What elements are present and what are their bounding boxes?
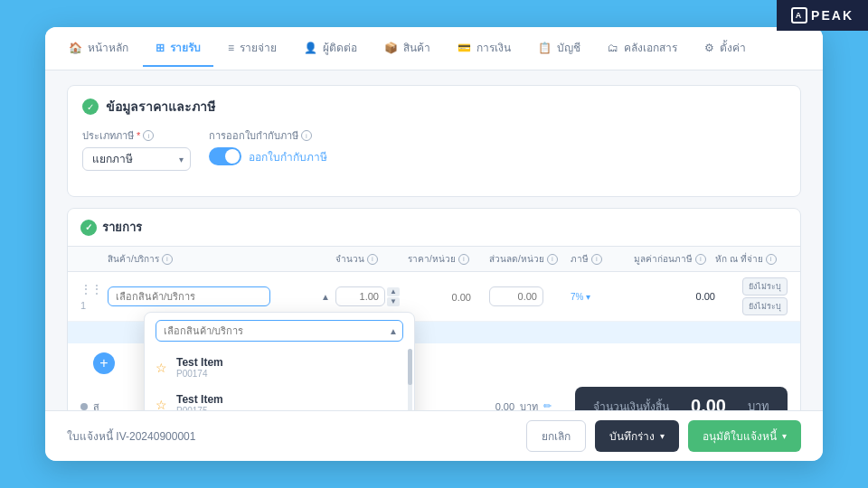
total-amount: 0.00	[691, 396, 726, 410]
tab-income[interactable]: ⊞ รายรับ	[143, 30, 213, 67]
qty-decrement-button[interactable]: ▼	[387, 297, 400, 306]
drag-handle[interactable]: ⋮⋮	[80, 283, 102, 296]
col-tax: ภาษี i	[571, 252, 634, 266]
list-item[interactable]: ☆ Test Item P00175	[145, 386, 414, 410]
item-info: Test Item P00175	[176, 393, 223, 410]
table-header: สินค้า/บริการ i จำนวน i ราคา/หน่วย i ส่ว…	[68, 247, 800, 272]
documents-icon: 🗂	[608, 42, 618, 54]
tab-home[interactable]: 🏠 หน้าหลัก	[56, 30, 141, 67]
required-star: *	[137, 130, 140, 141]
total-box: จำนวนเงินทั้งสิ้น 0.00 บาท	[575, 387, 788, 410]
qty-cell: ▲ ▼	[335, 286, 408, 306]
bottom-bar: ใบแจ้งหนี้ IV-20240900001 ยกเลิก บันทึกร…	[45, 410, 823, 461]
tab-contact[interactable]: 👤 ผู้ติดต่อ	[291, 30, 370, 67]
qty-input[interactable]	[335, 286, 385, 306]
dropdown-search-wrapper: ▲	[145, 313, 414, 349]
money-currency: บาท	[520, 399, 538, 411]
tax-output-info-icon: i	[301, 130, 312, 141]
edit-amount-icon[interactable]: ✏	[543, 400, 552, 410]
tax-section-title: ข้อมูลราคาและภาษี	[106, 97, 215, 117]
table-row: ⋮⋮ 1 ▲ ▲	[68, 272, 800, 322]
row-number: ⋮⋮ 1	[80, 280, 108, 313]
before-tax-cell: 0.00	[634, 291, 715, 302]
top-bar: A PEAK	[777, 0, 868, 31]
tax-output-toggle[interactable]	[209, 147, 241, 165]
product-icon: 📦	[384, 42, 398, 54]
cancel-button[interactable]: ยกเลิก	[526, 420, 586, 452]
approve-button[interactable]: อนุมัติใบแจ้งหนี้ ▾	[688, 420, 801, 452]
item-info: Test Item P00174	[176, 356, 223, 379]
product-col-info: i	[162, 254, 173, 265]
payable-cell: ยังไม่ระบุ ยังไม่ระบุ	[715, 277, 788, 315]
payable-option1-button[interactable]: ยังไม่ระบุ	[742, 277, 788, 296]
app-container: 🏠 หน้าหลัก ⊞ รายรับ ≡ รายจ่าย 👤 ผู้ติดต่…	[0, 0, 868, 488]
logo-icon: A	[791, 7, 807, 23]
col-qty: จำนวน i	[335, 252, 408, 266]
col-price: ราคา/หน่วย i	[408, 252, 489, 266]
expense-icon: ≡	[228, 42, 234, 54]
tax-type-select-wrapper: แยกภาษี	[82, 147, 191, 171]
product-input-wrapper: ▲ ▲ ☆ Test Item	[108, 286, 335, 306]
income-icon: ⊞	[156, 42, 165, 54]
price-input[interactable]	[408, 292, 471, 303]
product-input[interactable]	[108, 286, 270, 306]
tax-type-select[interactable]: แยกภาษี	[82, 147, 191, 171]
price-col-info: i	[458, 254, 469, 265]
tax-col-info: i	[591, 254, 602, 265]
app-logo: A PEAK	[791, 7, 854, 23]
col-before-tax: มูลค่าก่อนภาษี i	[634, 252, 715, 266]
list-item[interactable]: ☆ Test Item P00174	[145, 349, 414, 386]
payable-option2-button[interactable]: ยังไม่ระบุ	[742, 297, 788, 315]
tab-money[interactable]: 💳 การเงิน	[445, 30, 524, 67]
dropdown-search-input[interactable]	[156, 320, 403, 342]
product-chevron-icon: ▲	[321, 292, 330, 302]
approve-chevron-icon: ▾	[782, 431, 787, 441]
tax-type-info-icon: i	[143, 130, 154, 141]
action-buttons: ยกเลิก บันทึกร่าง ▾ อนุมัติใบแจ้งหนี้ ▾	[526, 420, 801, 452]
items-section: ✓ รายการ สินค้า/บริการ i จำนวน i ราค	[67, 208, 801, 410]
money-amount: 0.00	[495, 401, 514, 411]
money-icon: 💳	[458, 42, 471, 54]
col-product: สินค้า/บริการ i	[108, 252, 335, 266]
tax-output-text: ออกใบกำกับภาษี	[249, 148, 327, 165]
product-dropdown: ▲ ☆ Test Item P00174	[144, 312, 415, 410]
qty-col-info: i	[367, 254, 378, 265]
total-currency: บาท	[748, 397, 769, 410]
tax-cell: 7% ▾	[571, 292, 634, 302]
main-window: 🏠 หน้าหลัก ⊞ รายรับ ≡ รายจ่าย 👤 ผู้ติดต่…	[45, 27, 823, 461]
tab-settings[interactable]: ⚙ ตั้งค่า	[692, 30, 759, 67]
tab-account[interactable]: 📋 บัญชี	[525, 30, 593, 67]
tax-output-field: การออกใบกำกับภาษี i ออกใบกำกับภาษี	[209, 127, 327, 165]
dropdown-scrollbar-track	[408, 349, 412, 410]
contact-icon: 👤	[304, 42, 317, 54]
note-dot	[80, 403, 88, 410]
before-tax-col-info: i	[695, 254, 706, 265]
tab-expense[interactable]: ≡ รายจ่าย	[215, 30, 289, 67]
discount-cell	[489, 286, 571, 306]
invoice-ref: ใบแจ้งหนี้ IV-20240900001	[67, 427, 195, 445]
check-icon: ✓	[82, 99, 99, 115]
tax-section-header: ✓ ข้อมูลราคาและภาษี	[82, 97, 786, 117]
save-draft-button[interactable]: บันทึกร่าง ▾	[595, 420, 679, 452]
payable-col-info: i	[766, 254, 777, 265]
col-discount: ส่วนลด/หน่วย i	[489, 252, 571, 266]
tax-type-field: ประเภทภาษี * i แยกภาษี	[82, 127, 191, 171]
col-payable: หัก ณ ที่จ่าย i	[715, 252, 788, 266]
account-icon: 📋	[538, 42, 552, 54]
money-label: ส	[93, 399, 99, 411]
add-row-button[interactable]: +	[93, 352, 115, 374]
col-num	[80, 252, 108, 266]
discount-col-info: i	[547, 254, 558, 265]
star-icon: ☆	[156, 361, 167, 375]
discount-input[interactable]	[489, 286, 543, 306]
home-icon: 🏠	[69, 42, 82, 54]
tax-dropdown-chevron[interactable]: ▾	[586, 292, 590, 302]
qty-stepper: ▲ ▼	[387, 287, 400, 306]
dropdown-scrollbar-thumb[interactable]	[408, 349, 412, 385]
star-icon: ☆	[156, 398, 167, 411]
tab-product[interactable]: 📦 สินค้า	[372, 30, 443, 67]
save-chevron-icon: ▾	[660, 431, 665, 441]
content-area: ✓ ข้อมูลราคาและภาษี ประเภทภาษี * i แยกภา…	[45, 70, 823, 410]
qty-increment-button[interactable]: ▲	[387, 287, 400, 296]
tab-documents[interactable]: 🗂 คลังเอกสาร	[595, 30, 690, 67]
